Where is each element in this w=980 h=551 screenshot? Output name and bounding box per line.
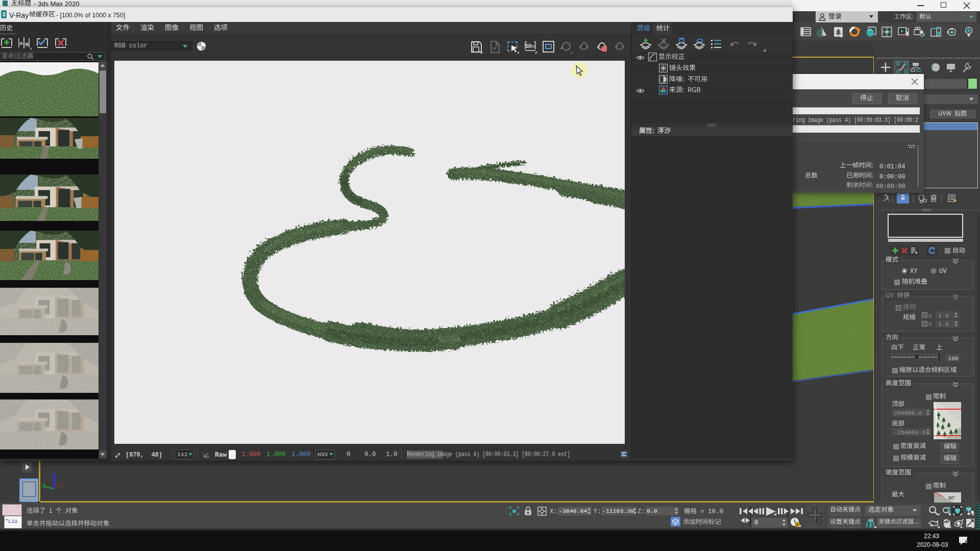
svg-text:90°: 90° xyxy=(948,495,955,500)
svg-text:50: 50 xyxy=(525,43,531,49)
svg-text:B: B xyxy=(26,42,29,47)
svg-text:%: % xyxy=(531,44,535,49)
svg-text:A: A xyxy=(20,41,23,46)
